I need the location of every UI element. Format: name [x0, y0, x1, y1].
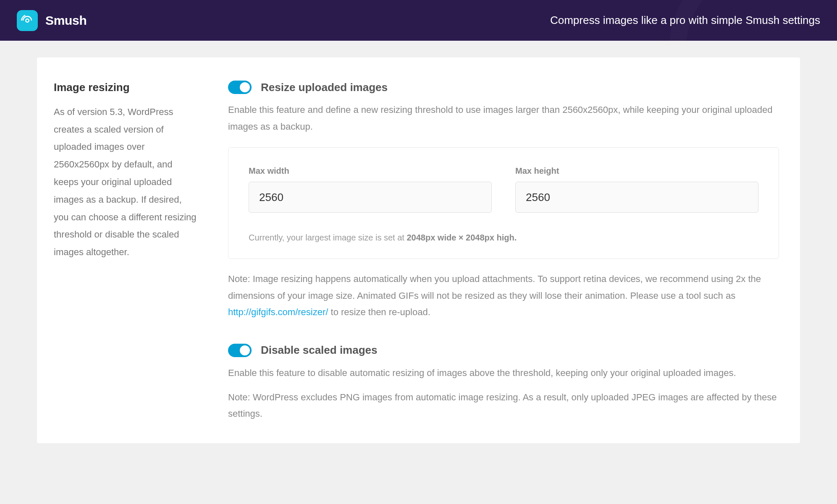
resize-toggle[interactable]: [228, 81, 252, 94]
max-width-field: Max width: [249, 166, 492, 213]
settings-card: Image resizing As of version 5.3, WordPr…: [37, 57, 800, 443]
max-height-label: Max height: [515, 166, 758, 176]
resize-settings-box: Max width Max height Currently, your lar…: [228, 147, 779, 259]
option-disable-scaled: Disable scaled images Enable this featur…: [228, 344, 779, 422]
disable-note: Note: WordPress excludes PNG images from…: [228, 389, 779, 422]
current-size-note: Currently, your largest image size is se…: [249, 233, 758, 243]
section-side: Image resizing As of version 5.3, WordPr…: [54, 81, 199, 422]
gif-resizer-link[interactable]: http://gifgifs.com/resizer/: [228, 307, 328, 317]
max-height-field: Max height: [515, 166, 758, 213]
resize-title: Resize uploaded images: [261, 81, 388, 94]
disable-scaled-toggle[interactable]: [228, 344, 252, 357]
max-height-input[interactable]: [515, 182, 758, 213]
header-tagline: Compress images like a pro with simple S…: [550, 14, 820, 27]
disable-description: Enable this feature to disable automatic…: [228, 365, 779, 381]
app-header: Smush Compress images like a pro with si…: [0, 0, 837, 41]
disable-title: Disable scaled images: [261, 344, 377, 357]
current-size-prefix: Currently, your largest image size is se…: [249, 233, 407, 242]
svg-point-0: [26, 19, 29, 22]
section-main: Resize uploaded images Enable this featu…: [228, 81, 779, 422]
section-description: As of version 5.3, WordPress creates a s…: [54, 103, 199, 261]
max-width-label: Max width: [249, 166, 492, 176]
option-resize-uploaded: Resize uploaded images Enable this featu…: [228, 81, 779, 321]
max-width-input[interactable]: [249, 182, 492, 213]
brand-title: Smush: [45, 13, 87, 28]
smush-logo-icon: [17, 10, 38, 31]
current-size-value: 2048px wide × 2048px high.: [407, 233, 517, 242]
section-title: Image resizing: [54, 81, 199, 95]
resize-description: Enable this feature and define a new res…: [228, 102, 779, 135]
resize-note-before: Note: Image resizing happens automatical…: [228, 274, 761, 301]
resize-note: Note: Image resizing happens automatical…: [228, 271, 779, 321]
brand: Smush: [17, 10, 87, 31]
resize-note-after: to resize then re-upload.: [328, 307, 430, 317]
